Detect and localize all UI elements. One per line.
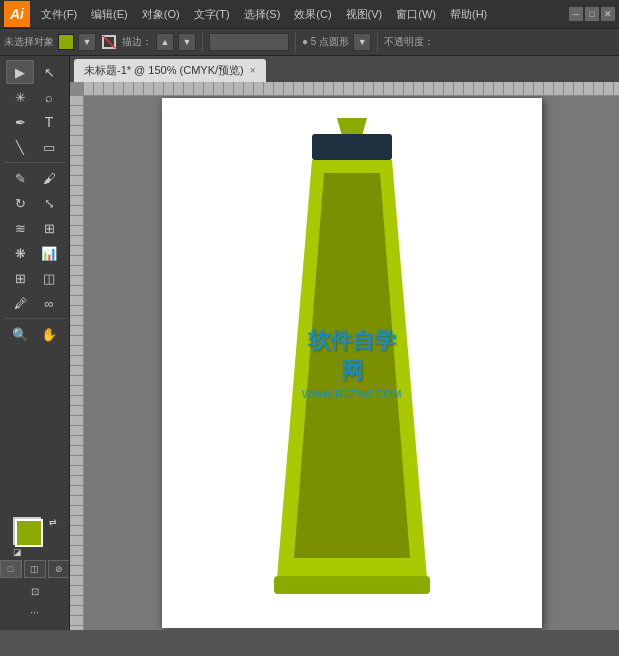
- vertical-ruler: [70, 96, 84, 630]
- tube-neck-top: [337, 118, 367, 136]
- scale-tool[interactable]: ⤡: [35, 191, 63, 215]
- menu-type[interactable]: 文字(T): [187, 3, 237, 26]
- menu-edit[interactable]: 编辑(E): [84, 3, 135, 26]
- blend-tool[interactable]: ∞: [35, 291, 63, 315]
- more-tools-btn[interactable]: ···: [6, 602, 64, 622]
- tool-row-10: 🖉 ∞: [6, 291, 63, 315]
- menu-effect[interactable]: 效果(C): [287, 3, 338, 26]
- line-tool[interactable]: ╲: [6, 135, 34, 159]
- tool-row-7: ≋ ⊞: [6, 216, 63, 240]
- brush-dropdown[interactable]: ▼: [353, 33, 371, 51]
- canvas-with-rulers: 未标题-1* @ 150% (CMYK/预览) ×: [70, 56, 619, 630]
- zoom-tool[interactable]: 🔍: [6, 322, 34, 346]
- svg-line-1: [103, 36, 115, 48]
- gradient-tool[interactable]: ◫: [35, 266, 63, 290]
- tab-bar: 未标题-1* @ 150% (CMYK/预览) ×: [70, 56, 619, 82]
- tool-separator-1: [5, 162, 65, 163]
- paintbrush-tool[interactable]: 🖌: [35, 166, 63, 190]
- stroke-down[interactable]: ▼: [178, 33, 196, 51]
- close-button[interactable]: ✕: [601, 7, 615, 21]
- fill-options[interactable]: ▼: [78, 33, 96, 51]
- tool-separator-2: [5, 318, 65, 319]
- separator-1: [202, 32, 203, 52]
- eyedropper-tool[interactable]: 🖉: [6, 291, 34, 315]
- tool-row-2: ✳ ⌕: [6, 85, 63, 109]
- selection-tool[interactable]: ▶: [6, 60, 34, 84]
- options-toolbar: 未选择对象 ▼ 描边： ▲ ▼ ● 5 点圆形 ▼ 不透明度：: [0, 28, 619, 56]
- hand-tool[interactable]: ✋: [35, 322, 63, 346]
- separator-2: [295, 32, 296, 52]
- stroke-icon[interactable]: [100, 33, 118, 51]
- horizontal-ruler: [84, 82, 619, 96]
- gradient-mode-btn[interactable]: ◫: [24, 560, 46, 578]
- color-mode-row: □ ◫ ⊘: [0, 560, 70, 578]
- direct-select-tool[interactable]: ↖: [35, 60, 63, 84]
- tool-row-4: ╲ ▭: [6, 135, 63, 159]
- tool-row-11: 🔍 ✋: [6, 322, 63, 346]
- rotate-tool[interactable]: ↻: [6, 191, 34, 215]
- type-tool[interactable]: T: [35, 110, 63, 134]
- document-tab[interactable]: 未标题-1* @ 150% (CMYK/预览) ×: [74, 59, 266, 82]
- pencil-tool[interactable]: ✎: [6, 166, 34, 190]
- window-controls: ─ □ ✕: [569, 7, 615, 21]
- canvas-row: 软件自学网 WWW.RJZXW.COM: [70, 96, 619, 630]
- ruler-corner: [70, 82, 84, 96]
- minimize-button[interactable]: ─: [569, 7, 583, 21]
- tube-base: [274, 576, 430, 594]
- none-mode-btn[interactable]: ⊘: [48, 560, 70, 578]
- tool-row-8: ❋ 📊: [6, 241, 63, 265]
- menu-view[interactable]: 视图(V): [339, 3, 390, 26]
- app-logo: Ai: [4, 1, 30, 27]
- extra-tools: ⊡ ···: [6, 581, 64, 622]
- tab-title: 未标题-1* @ 150% (CMYK/预览): [84, 63, 244, 78]
- mesh-tool[interactable]: ⊞: [6, 266, 34, 290]
- title-bar: Ai 文件(F) 编辑(E) 对象(O) 文字(T) 选择(S) 效果(C) 视…: [0, 0, 619, 28]
- rect-tool[interactable]: ▭: [35, 135, 63, 159]
- pen-tool[interactable]: ✒: [6, 110, 34, 134]
- menu-window[interactable]: 窗口(W): [389, 3, 443, 26]
- ruler-area: [70, 82, 619, 96]
- separator-3: [377, 32, 378, 52]
- selection-label: 未选择对象: [4, 35, 54, 49]
- color-swatches: ⇄ ◪: [13, 517, 57, 557]
- warp-tool[interactable]: ≋: [6, 216, 34, 240]
- fill-mode-btn[interactable]: □: [0, 560, 22, 578]
- magic-wand-tool[interactable]: ✳: [6, 85, 34, 109]
- swap-colors-icon[interactable]: ⇄: [49, 517, 57, 527]
- brush-label: ● 5 点圆形: [302, 35, 349, 49]
- tab-close-button[interactable]: ×: [250, 65, 256, 76]
- menu-file[interactable]: 文件(F): [34, 3, 84, 26]
- fill-color[interactable]: [15, 519, 43, 547]
- tool-row-5: ✎ 🖌: [6, 166, 63, 190]
- style-dropdown[interactable]: [209, 33, 289, 51]
- tube-svg: [252, 118, 452, 608]
- tool-row-3: ✒ T: [6, 110, 63, 134]
- free-transform-tool[interactable]: ⊞: [35, 216, 63, 240]
- menu-object[interactable]: 对象(O): [135, 3, 187, 26]
- opacity-label: 不透明度：: [384, 35, 434, 49]
- column-graph-tool[interactable]: 📊: [35, 241, 63, 265]
- artboard: 软件自学网 WWW.RJZXW.COM: [162, 98, 542, 628]
- tool-row-9: ⊞ ◫: [6, 266, 63, 290]
- tube-illustration: 软件自学网 WWW.RJZXW.COM: [252, 118, 452, 608]
- stroke-label: 描边：: [122, 35, 152, 49]
- lasso-tool[interactable]: ⌕: [35, 85, 63, 109]
- menu-select[interactable]: 选择(S): [237, 3, 288, 26]
- tube-cap-band: [312, 134, 392, 160]
- tool-row-6: ↻ ⤡: [6, 191, 63, 215]
- menu-help[interactable]: 帮助(H): [443, 3, 494, 26]
- screen-mode-btn[interactable]: ⊡: [6, 581, 64, 601]
- toolbox: ▶ ↖ ✳ ⌕ ✒ T ╲ ▭ ✎ 🖌 ↻ ⤡ ≋ ⊞ ❋ 📊: [0, 56, 70, 630]
- menu-bar: 文件(F) 编辑(E) 对象(O) 文字(T) 选择(S) 效果(C) 视图(V…: [34, 3, 565, 26]
- stroke-up[interactable]: ▲: [156, 33, 174, 51]
- default-colors-icon[interactable]: ◪: [13, 547, 22, 557]
- symbol-tool[interactable]: ❋: [6, 241, 34, 265]
- fill-color-swatch[interactable]: [58, 34, 74, 50]
- main-area: ▶ ↖ ✳ ⌕ ✒ T ╲ ▭ ✎ 🖌 ↻ ⤡ ≋ ⊞ ❋ 📊: [0, 56, 619, 630]
- canvas-area[interactable]: 软件自学网 WWW.RJZXW.COM: [84, 96, 619, 630]
- tool-row-1: ▶ ↖: [6, 60, 63, 84]
- color-area: ⇄ ◪ □ ◫ ⊘ ⊡ ···: [0, 511, 70, 626]
- maximize-button[interactable]: □: [585, 7, 599, 21]
